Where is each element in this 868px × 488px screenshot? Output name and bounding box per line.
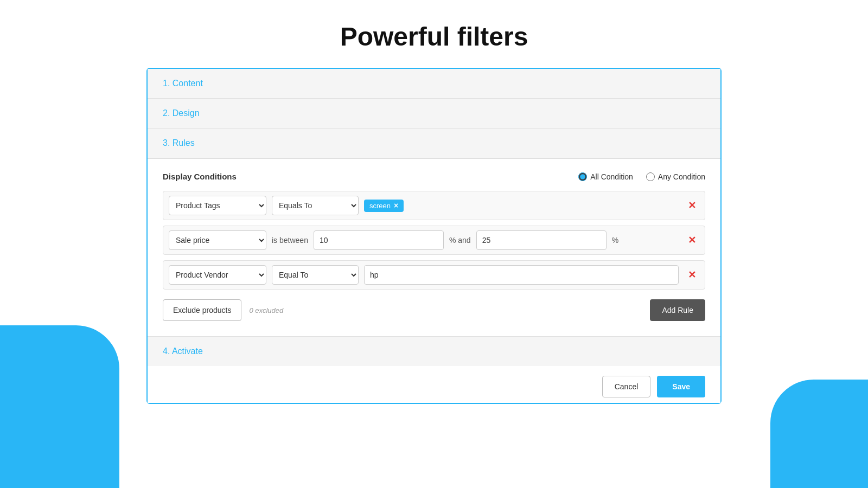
filter-operator-select-3[interactable]: Equal To Not Equal To Contains: [272, 265, 359, 285]
percent-label: %: [612, 236, 618, 245]
filter-row-3: Product Vendor Product Tags Sale price P…: [163, 260, 705, 290]
filter-value-vendor[interactable]: [364, 265, 679, 285]
filter-row-2: Sale price Product Tags Product Vendor P…: [163, 226, 705, 255]
filter-type-select-1[interactable]: Product Tags Sale price Product Vendor P…: [169, 196, 266, 215]
display-conditions-panel: Display Conditions All Condition Any Con…: [148, 158, 720, 336]
footer-row: Cancel Save: [148, 366, 720, 403]
percent-and-label: % and: [449, 236, 471, 245]
delete-row-2-button[interactable]: ✕: [684, 233, 699, 248]
any-condition-label: Any Condition: [658, 172, 705, 181]
filter-operator-select-1[interactable]: Equals To Not Equal To Contains Not Cont…: [272, 196, 359, 215]
tag-text: screen: [369, 202, 391, 210]
any-condition-radio-label[interactable]: Any Condition: [646, 172, 705, 181]
section-rules-label: 3. Rules: [163, 138, 195, 147]
is-between-label: is between: [272, 236, 308, 245]
action-row: Exclude products 0 excluded Add Rule: [163, 299, 705, 321]
save-button[interactable]: Save: [657, 376, 705, 397]
add-rule-button[interactable]: Add Rule: [650, 299, 705, 321]
filter-rows-container: Product Tags Sale price Product Vendor P…: [163, 191, 705, 290]
filter-type-select-3[interactable]: Product Vendor Product Tags Sale price P…: [169, 265, 266, 285]
page-title: Powerful filters: [340, 22, 528, 52]
excluded-count: 0 excluded: [249, 306, 283, 314]
all-condition-label: All Condition: [590, 172, 633, 181]
condition-radios: All Condition Any Condition: [578, 172, 705, 181]
cancel-button[interactable]: Cancel: [602, 376, 651, 397]
section-activate-label: 4. Activate: [163, 346, 203, 356]
section-content[interactable]: 1. Content: [148, 69, 720, 99]
all-condition-radio[interactable]: [578, 172, 587, 181]
display-conditions-title: Display Conditions: [163, 172, 237, 181]
filter-type-select-2[interactable]: Sale price Product Tags Product Vendor P…: [169, 230, 266, 250]
main-card: 1. Content 2. Design 3. Rules Display Co…: [146, 68, 722, 404]
exclude-products-button[interactable]: Exclude products: [163, 299, 241, 321]
any-condition-radio[interactable]: [646, 172, 655, 181]
action-row-left: Exclude products 0 excluded: [163, 299, 283, 321]
all-condition-radio-label[interactable]: All Condition: [578, 172, 633, 181]
conditions-header: Display Conditions All Condition Any Con…: [163, 172, 705, 181]
filter-value-min[interactable]: [314, 230, 444, 250]
filter-row-1: Product Tags Sale price Product Vendor P…: [163, 191, 705, 220]
delete-row-1-button[interactable]: ✕: [684, 198, 699, 213]
section-rules[interactable]: 3. Rules: [148, 129, 720, 158]
filter-value-max[interactable]: [476, 230, 607, 250]
tag-badge-screen: screen ×: [364, 200, 404, 212]
section-design-label: 2. Design: [163, 108, 200, 118]
section-design[interactable]: 2. Design: [148, 99, 720, 129]
section-content-label: 1. Content: [163, 79, 203, 88]
section-activate[interactable]: 4. Activate: [148, 336, 720, 366]
tag-remove-icon[interactable]: ×: [394, 202, 398, 209]
delete-row-3-button[interactable]: ✕: [684, 267, 699, 282]
